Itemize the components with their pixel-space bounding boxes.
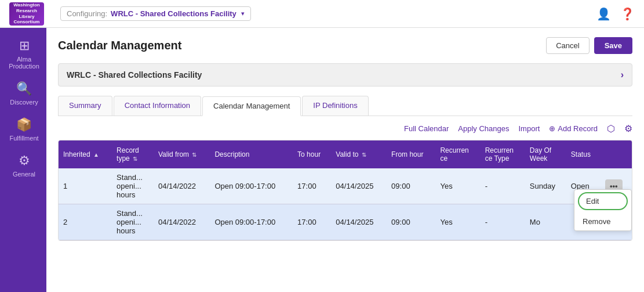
facility-name: WRLC - Shared Collections Facility (67, 70, 202, 80)
col-from-hour: From hour (387, 140, 435, 168)
main-content: Calendar Management Cancel Save WRLC - S… (46, 28, 644, 292)
add-record-label: Add Record (558, 124, 598, 133)
alma-icon: ⊞ (19, 38, 30, 53)
cell-description: Open 09:00-17:00 (210, 168, 293, 204)
page-title: Calendar Management (58, 39, 181, 52)
cell-from-hour: 09:00 (387, 204, 435, 240)
cell-recurrence-type: - (481, 168, 525, 204)
col-recurrence: Recurrence (435, 140, 480, 168)
sidebar-item-alma-production[interactable]: ⊞ Alma Production (0, 33, 46, 75)
cell-day-of-week: Sunday (525, 168, 566, 204)
cell-record-type: Stand...openi...hours (112, 168, 154, 204)
cancel-button[interactable]: Cancel (546, 37, 589, 54)
sidebar-item-general[interactable]: ⚙ General (0, 147, 46, 183)
cell-valid-from: 04/14/2022 (154, 204, 210, 240)
table-wrap: Inherited ▲ Recordtype ⇅ Valid from ⇅ De… (58, 140, 632, 241)
user-icon[interactable]: 👤 (596, 7, 611, 21)
facility-expand-icon: › (621, 70, 624, 80)
col-record-type[interactable]: Recordtype ⇅ (112, 140, 154, 168)
col-recurrence-type: Recurrence Type (481, 140, 525, 168)
sidebar-item-discovery[interactable]: 🔍 Discovery (0, 75, 46, 111)
config-value: WRLC - Shared Collections Facility (111, 9, 237, 18)
tab-calendar-management[interactable]: Calendar Management (202, 96, 301, 116)
cell-recurrence-type: - (481, 204, 525, 240)
cell-num: 2 (59, 204, 112, 240)
top-bar: Washington Research Library Consortium C… (0, 0, 644, 28)
sidebar: ⊞ Alma Production 🔍 Discovery 📦 Fulfillm… (0, 28, 46, 292)
col-description: Description (210, 140, 293, 168)
help-icon[interactable]: ❓ (620, 7, 635, 21)
add-icon: ⊕ (549, 124, 555, 133)
cell-record-type: Stand...openi...hours (112, 204, 154, 240)
col-to-hour: To hour (293, 140, 331, 168)
tabs: Summary Contact Information Calendar Man… (58, 96, 632, 116)
table-row: 1 Stand...openi...hours 04/14/2022 Open … (59, 168, 632, 204)
import-link[interactable]: Import (519, 124, 540, 133)
full-calendar-link[interactable]: Full Calendar (404, 124, 449, 133)
sidebar-item-fulfillment[interactable]: 📦 Fulfillment (0, 111, 46, 147)
header-buttons: Cancel Save (546, 37, 632, 54)
edit-menu-item[interactable]: Edit (578, 192, 628, 210)
top-bar-icons: 👤 ❓ (596, 7, 635, 21)
col-day-of-week: Day OfWeek (525, 140, 566, 168)
cell-recurrence: Yes (435, 204, 480, 240)
discovery-icon: 🔍 (16, 81, 32, 96)
general-icon: ⚙ (19, 153, 30, 168)
calendar-table: Inherited ▲ Recordtype ⇅ Valid from ⇅ De… (59, 140, 632, 240)
cell-day-of-week: Mo (525, 204, 566, 240)
sidebar-label-general: General (13, 171, 35, 178)
logo: Washington Research Library Consortium (9, 2, 44, 26)
config-selector[interactable]: Configuring: WRLC - Shared Collections F… (60, 6, 251, 21)
toolbar: Full Calendar Apply Changes Import ⊕ Add… (58, 123, 632, 134)
cell-from-hour: 09:00 (387, 168, 435, 204)
page-header: Calendar Management Cancel Save (58, 37, 632, 54)
add-record-button[interactable]: ⊕ Add Record (549, 124, 598, 133)
table-container: Inherited ▲ Recordtype ⇅ Valid from ⇅ De… (58, 140, 632, 241)
cell-actions[interactable]: ••• Edit Remove (601, 168, 632, 204)
cell-valid-from: 04/14/2022 (154, 168, 210, 204)
cell-valid-to: 04/14/2025 (331, 168, 387, 204)
fulfillment-icon: 📦 (16, 117, 32, 132)
cell-recurrence: Yes (435, 168, 480, 204)
sidebar-label-fulfillment: Fulfillment (9, 135, 38, 142)
config-label: Configuring: (67, 9, 107, 18)
col-valid-from[interactable]: Valid from ⇅ (154, 140, 210, 168)
table-header-row: Inherited ▲ Recordtype ⇅ Valid from ⇅ De… (59, 140, 632, 168)
remove-menu-item[interactable]: Remove (574, 212, 631, 230)
col-actions (601, 140, 632, 168)
settings-icon[interactable]: ⚙ (624, 123, 632, 134)
chevron-down-icon: ▾ (241, 10, 245, 17)
table-row: 2 Stand...openi...hours 04/14/2022 Open … (59, 204, 632, 240)
col-inherited[interactable]: Inherited ▲ (59, 140, 112, 168)
save-button[interactable]: Save (594, 37, 632, 54)
apply-changes-link[interactable]: Apply Changes (458, 124, 509, 133)
sidebar-label-discovery: Discovery (10, 99, 38, 106)
sidebar-label-alma: Alma Production (9, 56, 39, 70)
facility-bar[interactable]: WRLC - Shared Collections Facility › (58, 63, 632, 86)
cell-to-hour: 17:00 (293, 168, 331, 204)
col-status: Status (566, 140, 601, 168)
tab-ip-definitions[interactable]: IP Definitions (302, 96, 368, 116)
col-valid-to[interactable]: Valid to ⇅ (331, 140, 387, 168)
tab-contact-information[interactable]: Contact Information (114, 96, 201, 116)
logo-area: Washington Research Library Consortium (9, 2, 56, 26)
cell-valid-to: 04/14/2025 (331, 204, 387, 240)
actions-dropdown: Edit Remove (574, 189, 632, 231)
export-icon[interactable]: ⬡ (607, 123, 615, 134)
tab-summary[interactable]: Summary (58, 96, 112, 116)
cell-num: 1 (59, 168, 112, 204)
cell-description: Open 09:00-17:00 (210, 204, 293, 240)
cell-to-hour: 17:00 (293, 204, 331, 240)
